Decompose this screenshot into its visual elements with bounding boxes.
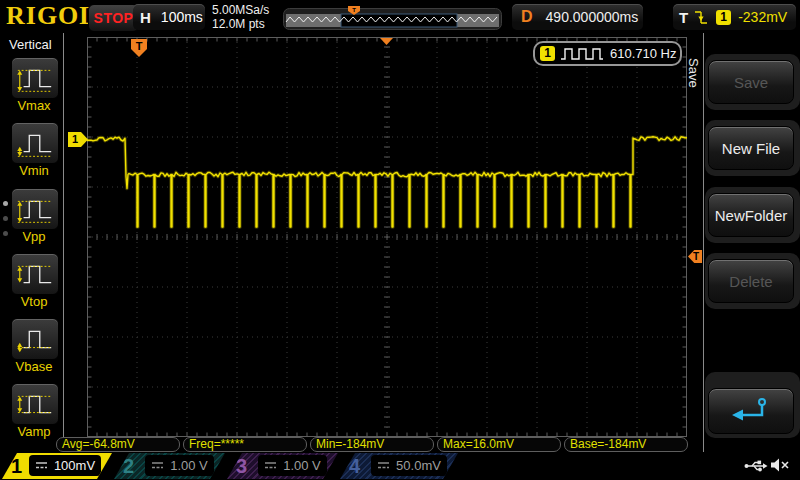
channel3-scale-box: 1.00 V [258, 455, 327, 476]
vamp-button[interactable] [11, 383, 59, 425]
channel4-tab[interactable]: 4 50.0mV [340, 453, 458, 479]
delay-label: D [521, 8, 533, 26]
svg-text:T: T [352, 7, 356, 13]
right-panel-divider [703, 33, 704, 452]
vbase-button[interactable] [11, 318, 59, 360]
vamp-icon [15, 387, 55, 421]
measurement-max: Max=16.0mV [437, 437, 561, 452]
page-dot-3 [3, 231, 8, 236]
vpp-label: Vpp [0, 229, 68, 244]
speaker-muted-icon [770, 456, 790, 474]
delay-box[interactable]: D 490.000000ms [512, 4, 643, 30]
trigger-label: T [679, 9, 688, 26]
vmin-button[interactable] [11, 122, 59, 164]
trigger-level-marker[interactable]: T [688, 250, 702, 263]
vamp-label: Vamp [0, 424, 68, 439]
measurement-freq: Freq=***** [183, 437, 307, 452]
trigger-level-value: -232mV [738, 9, 787, 25]
vmin-icon [15, 126, 55, 160]
page-dot-1 [3, 201, 8, 206]
horizontal-label: H [140, 9, 151, 26]
falling-edge-icon [694, 9, 709, 26]
return-button[interactable] [708, 388, 794, 434]
vtop-label: Vtop [0, 294, 68, 309]
run-stop-status[interactable]: STOP [88, 4, 139, 32]
measurement-min: Min=-184mV [310, 437, 434, 452]
rigol-logo: RIGOL [6, 1, 98, 31]
freq-source-badge: 1 [540, 46, 555, 61]
waveform-display [87, 37, 687, 437]
dc-coupling-icon [264, 461, 277, 470]
vtop-button[interactable] [11, 253, 59, 295]
vmax-button[interactable] [11, 57, 59, 99]
menu-title: Vertical [9, 37, 52, 52]
dc-coupling-icon [35, 461, 48, 470]
frequency-value: 610.710 Hz [610, 46, 677, 61]
channel2-tab[interactable]: 2 1.00 V [114, 453, 225, 479]
measurement-avg: Avg=-64.8mV [56, 437, 180, 452]
vpp-icon [15, 192, 55, 226]
dc-coupling-icon [151, 461, 164, 470]
channel1-scale-box: 100mV [29, 455, 101, 476]
new-folder-button[interactable]: NewFolder [708, 193, 794, 237]
channel1-tab[interactable]: 1 100mV [2, 453, 112, 479]
vmax-icon [15, 61, 55, 95]
save-button[interactable]: Save [708, 60, 794, 104]
delete-button[interactable]: Delete [708, 259, 794, 303]
square-wave-icon [560, 47, 604, 61]
oscilloscope-screen: RIGOL STOP H 100ms 5.00MSa/s 12.0M pts T… [0, 0, 800, 480]
memory-depth: 12.0M pts [212, 17, 269, 31]
channel3-tab[interactable]: 3 1.00 V [227, 453, 338, 479]
new-file-button[interactable]: New File [708, 126, 794, 170]
sample-rate: 5.00MSa/s [212, 3, 269, 17]
horizontal-timebase-box[interactable]: H 100ms [133, 4, 205, 30]
vpp-button[interactable] [11, 188, 59, 230]
menu-tab-save: Save [686, 58, 701, 88]
vtop-icon [15, 257, 55, 291]
vmax-label: Vmax [0, 98, 68, 113]
memory-position-bar: T [283, 6, 502, 30]
trigger-box[interactable]: T 1 -232mV [673, 4, 796, 30]
channel1-ground-marker[interactable]: 1 [68, 132, 88, 147]
dc-coupling-icon [377, 461, 390, 470]
page-dot-2 [3, 216, 8, 221]
timebase-value: 100ms [161, 9, 203, 25]
acquisition-info: 5.00MSa/s 12.0M pts [212, 3, 269, 31]
channel2-scale-box: 1.00 V [145, 455, 214, 476]
delay-value: 490.000000ms [546, 9, 639, 25]
channel4-scale-box: 50.0mV [371, 455, 447, 476]
vbase-label: Vbase [0, 359, 68, 374]
vmin-label: Vmin [0, 163, 68, 178]
measurement-base: Base=-184mV [564, 437, 688, 452]
usb-icon [744, 457, 768, 475]
vbase-icon [15, 322, 55, 356]
return-arrow-icon [729, 396, 773, 426]
trigger-source-badge: 1 [716, 10, 731, 25]
frequency-counter: 1 610.710 Hz [533, 41, 682, 66]
